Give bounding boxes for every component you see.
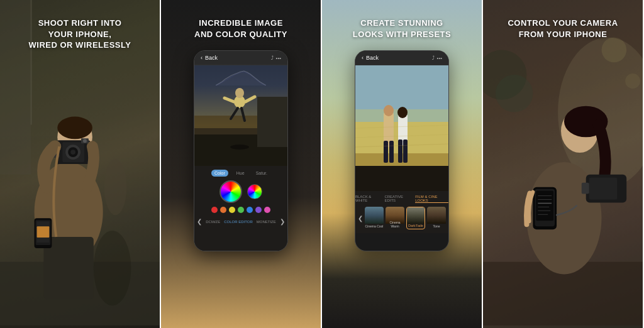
header-icons-3: ⤴ ••• [432, 55, 442, 61]
svg-rect-45 [398, 139, 402, 163]
svg-rect-59 [536, 191, 553, 221]
panel-4-illustration [483, 0, 643, 325]
panel-color-quality: INCREDIBLE IMAGEAND COLOR QUALITY ‹ Back… [161, 0, 322, 328]
dot-orange [220, 207, 226, 213]
panel-4-title: CONTROL YOUR CAMERAFROM YOUR IPHONE [483, 18, 643, 40]
svg-point-74 [602, 38, 627, 63]
svg-point-5 [57, 117, 92, 139]
bottom-nav: ❮ DCM/ZE COLOR EDITOR MONETIZE ❯ [197, 218, 285, 225]
svg-rect-42 [389, 141, 394, 163]
preset-dark-fade: Dark Fade [406, 207, 425, 229]
color-wheel-small [247, 184, 262, 199]
phone-header-2: ‹ Back ⤴ ••• [194, 51, 287, 65]
preset-tab-row: BLACK & WHITE CREATIVE EDITS FILM & CINE… [355, 195, 448, 203]
color-controls: Color Hue Satur. ❮ DCM/ZE [194, 166, 287, 251]
panel-2-title: INCREDIBLE IMAGEAND COLOR QUALITY [161, 18, 321, 40]
panel-1-title: SHOOT RIGHT INTO YOUR IPHONE, WIRED OR W… [0, 18, 160, 51]
preset-controls: BLACK & WHITE CREATIVE EDITS FILM & CINE… [355, 191, 448, 233]
panel-3-title: CREATE STUNNINGLOOKS WITH PRESETS [322, 18, 482, 40]
svg-point-18 [83, 139, 87, 143]
panel-presets: CREATE STUNNINGLOOKS WITH PRESETS ‹ Back… [322, 0, 483, 328]
dot-red [211, 207, 218, 213]
svg-rect-67 [589, 178, 618, 200]
preset-extra-label: Tone [427, 224, 446, 228]
preset-thumbnails: Cinema Cool Cinema Warm Dark Fade Tone [365, 207, 446, 229]
nav-tab-row: DCM/ZE COLOR EDITOR MONETIZE [206, 220, 276, 224]
field-image [355, 65, 448, 191]
svg-point-28 [235, 88, 244, 98]
creative-tab: CREATIVE EDITS [384, 195, 413, 203]
back-button-2: ‹ Back [201, 55, 218, 61]
monetize-tab: MONETIZE [257, 220, 276, 224]
control-tab-row: Color Hue Satur. [211, 170, 270, 177]
svg-point-19 [94, 231, 131, 305]
svg-rect-16 [37, 226, 50, 238]
svg-rect-71 [582, 183, 589, 194]
panel-shoot-right: SHOOT RIGHT INTO YOUR IPHONE, WIRED OR W… [0, 0, 161, 328]
svg-rect-41 [384, 141, 388, 163]
dot-yellow [229, 207, 235, 213]
preset-cinema-cool-label: Cinema Cool [365, 224, 384, 228]
preset-cinema-warm: Cinema Warm [386, 207, 404, 229]
film-cine-tab: FILM & CINE LOOKS [415, 195, 448, 203]
svg-point-40 [384, 105, 394, 116]
preset-extra: Tone [427, 207, 446, 229]
dot-purple [255, 207, 262, 213]
svg-point-33 [230, 145, 249, 150]
phone-mockup-2: ‹ Back ⤴ ••• 110 1001/1300F11.0 [194, 50, 288, 251]
svg-rect-46 [403, 139, 408, 163]
back-label-2: Back [205, 55, 218, 61]
satur-tab: Satur. [253, 170, 270, 177]
svg-point-73 [496, 75, 533, 112]
dancer-figure [194, 65, 287, 166]
back-button-3: ‹ Back [362, 55, 379, 61]
preset-dark-fade-label: Dark Fade [407, 224, 425, 227]
dcmze-tab: DCM/ZE [206, 220, 220, 224]
more-icon-2: ••• [276, 55, 281, 61]
svg-point-10 [70, 150, 75, 155]
svg-rect-26 [257, 97, 287, 147]
phone-header-3: ‹ Back ⤴ ••• [355, 51, 448, 65]
preset-cinema-warm-label: Cinema Warm [386, 221, 404, 228]
prev-arrow: ❮ [197, 218, 202, 225]
svg-point-75 [625, 74, 640, 89]
dot-green [238, 207, 244, 213]
color-swatch-row [211, 207, 270, 213]
preset-row-container: ❮ Cinema Cool Cinema Warm Dark Fade [358, 207, 446, 229]
share-icon-2: ⤴ [271, 55, 274, 61]
panel-control-camera: CONTROL YOUR CAMERAFROM YOUR IPHONE [483, 0, 644, 328]
hue-tab: Hue [233, 170, 248, 177]
preset-cinema-cool: Cinema Cool [365, 207, 384, 229]
next-arrow: ❯ [280, 218, 285, 225]
camera-image-2: 110 1001/1300F11.0 [194, 65, 287, 166]
dot-blue [247, 207, 253, 213]
chevron-left-icon-3: ‹ [362, 55, 364, 61]
svg-point-20 [104, 159, 127, 215]
dot-pink [264, 207, 270, 213]
back-label-3: Back [366, 55, 379, 61]
share-icon-3: ⤴ [432, 55, 435, 61]
preset-prev-arrow: ❮ [358, 215, 363, 222]
color-wheel-main [219, 180, 242, 203]
phone-mockup-3: ‹ Back ⤴ ••• [355, 50, 449, 251]
chevron-left-icon: ‹ [201, 55, 203, 61]
svg-point-44 [397, 107, 408, 118]
color-wheel-row [219, 180, 262, 203]
header-icons-2: ⤴ ••• [271, 55, 281, 61]
more-icon-3: ••• [437, 55, 442, 61]
svg-rect-38 [355, 166, 449, 191]
bw-tab: BLACK & WHITE [355, 195, 382, 203]
color-editor-tab: COLOR EDITOR [224, 220, 253, 224]
color-tab: Color [211, 170, 228, 177]
field-illustration [355, 65, 449, 191]
